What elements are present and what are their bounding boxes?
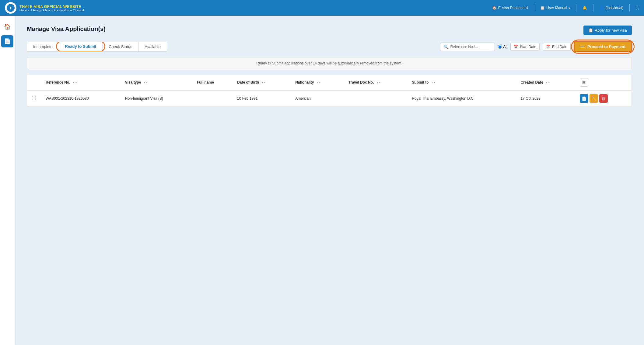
row-travel-doc	[344, 91, 407, 107]
header-logo: T THAI E-VISA OFFICIAL WEBSITE Ministry …	[5, 2, 492, 14]
th-ref-no[interactable]: Reference No. ▲▼	[41, 74, 120, 91]
apply-new-visa-button[interactable]: 📋 Apply for new visa	[583, 26, 632, 35]
sort-nationality-icon: ▲▼	[316, 81, 321, 84]
nav-divider-4	[629, 4, 630, 12]
notice-bar: Ready to Submit applications over 14 day…	[27, 57, 632, 69]
filter-radio-all[interactable]: All	[498, 45, 507, 49]
th-actions: ⊞	[575, 74, 632, 91]
row-checkbox[interactable]	[32, 96, 36, 100]
calendar-start-icon: 📅	[514, 45, 518, 49]
end-date-filter[interactable]: 📅 End Date	[543, 43, 571, 51]
nav-user[interactable]: 👤 (Individual)	[600, 6, 623, 10]
table-body: WAS001-202310-1926580 Non-Immigrant Visa…	[27, 91, 632, 107]
copy-all-icon[interactable]: ⊞	[580, 78, 588, 87]
nav-divider-2	[576, 4, 576, 12]
sidebar: 🏠 📄	[0, 16, 15, 345]
table-row: WAS001-202310-1926580 Non-Immigrant Visa…	[27, 91, 632, 107]
sort-ref-no-icon: ▲▼	[72, 81, 77, 84]
th-visa-type[interactable]: Visa type ▲▼	[120, 74, 192, 91]
sidebar-item-document[interactable]: 📄	[1, 35, 13, 47]
manual-icon: 📋	[540, 6, 545, 10]
svg-text:T: T	[9, 6, 12, 10]
chevron-down-icon: ▾	[569, 6, 570, 10]
start-date-filter[interactable]: 📅 Start Date	[510, 43, 540, 51]
page-header: Manage Visa Application(s) 📋 Apply for n…	[27, 26, 632, 35]
row-checkbox-cell[interactable]	[27, 91, 41, 107]
filter-row: 🔍 All 📅 Start Date 📅 End Date 💳 Proceed …	[440, 41, 632, 52]
view-button[interactable]: 📄	[580, 94, 588, 103]
radio-all-label: All	[503, 45, 507, 49]
edit-button[interactable]: ✏️	[590, 94, 598, 103]
plus-icon: 📋	[588, 28, 593, 33]
sort-travel-doc-icon: ▲▼	[376, 81, 381, 84]
search-icon: 🔍	[443, 44, 449, 49]
bell-icon: 🔔	[583, 6, 587, 10]
th-submit-to[interactable]: Submit to ▲▼	[407, 74, 516, 91]
home-icon: 🏠	[492, 6, 497, 10]
row-created-date: 17 Oct 2023	[516, 91, 575, 107]
th-nationality[interactable]: Nationality ▲▼	[290, 74, 344, 91]
th-dob[interactable]: Date of Birth ▲▼	[232, 74, 290, 91]
th-checkbox	[27, 74, 41, 91]
action-buttons: 📄 ✏️ 🗑	[580, 94, 627, 103]
tabs-row: Incomplete Ready to Submit Check Status …	[27, 41, 632, 52]
tab-check-status[interactable]: Check Status	[103, 42, 138, 51]
sort-dob-icon: ▲▼	[261, 81, 266, 84]
sort-created-date-icon: ▲▼	[545, 81, 550, 84]
search-box[interactable]: 🔍	[440, 43, 495, 51]
row-actions: 📄 ✏️ 🗑	[575, 91, 632, 107]
th-full-name: Full name	[192, 74, 232, 91]
nav-divider-1	[534, 4, 534, 12]
table-head: Reference No. ▲▼ Visa type ▲▼ Full name …	[27, 74, 632, 91]
radio-all[interactable]	[498, 45, 502, 49]
row-full-name	[192, 91, 232, 107]
logo-text: THAI E-VISA OFFICIAL WEBSITE Ministry of…	[19, 4, 84, 12]
tab-ready-to-submit[interactable]: Ready to Submit	[59, 42, 103, 51]
logout-icon: ⬚	[636, 6, 639, 10]
row-submit-to: Royal Thai Embassy, Washington D.C.	[407, 91, 516, 107]
nav-logout[interactable]: ⬚	[636, 6, 639, 10]
th-created-date[interactable]: Created Date ▲▼	[516, 74, 575, 91]
table: Reference No. ▲▼ Visa type ▲▼ Full name …	[27, 74, 632, 106]
proceed-to-payment-button[interactable]: 💳 Proceed to Payment	[574, 41, 632, 52]
sort-submit-to-icon: ▲▼	[431, 81, 436, 84]
nav-divider-3	[593, 4, 593, 12]
tab-available[interactable]: Available	[139, 42, 167, 51]
payment-icon: 💳	[580, 44, 585, 49]
user-icon: 👤	[600, 6, 604, 10]
sort-visa-type-icon: ▲▼	[143, 81, 148, 84]
home-sidebar-icon: 🏠	[4, 23, 11, 30]
logo-title: THAI E-VISA OFFICIAL WEBSITE	[19, 4, 84, 9]
nav-manual[interactable]: 📋 User Manual ▾	[540, 6, 570, 10]
logo-circle: T	[5, 2, 16, 14]
row-visa-type: Non-Immigrant Visa (B)	[120, 91, 192, 107]
row-nationality: American	[290, 91, 344, 107]
header-nav: 🏠 E-Visa Dashboard 📋 User Manual ▾ 🔔 👤 (…	[492, 4, 639, 12]
main-content: Manage Visa Application(s) 📋 Apply for n…	[15, 16, 644, 345]
tab-incomplete[interactable]: Incomplete	[27, 42, 59, 51]
nav-dashboard[interactable]: 🏠 E-Visa Dashboard	[492, 6, 528, 10]
applications-table: Reference No. ▲▼ Visa type ▲▼ Full name …	[27, 74, 632, 107]
row-dob: 10 Feb 1991	[232, 91, 290, 107]
row-ref-no: WAS001-202310-1926580	[41, 91, 120, 107]
page-title: Manage Visa Application(s)	[27, 26, 106, 33]
logo-subtitle: Ministry of Foreign Affairs of the Kingd…	[19, 9, 84, 12]
document-sidebar-icon: 📄	[4, 38, 11, 45]
sidebar-item-home[interactable]: 🏠	[1, 21, 13, 33]
header: T THAI E-VISA OFFICIAL WEBSITE Ministry …	[0, 0, 644, 16]
th-travel-doc[interactable]: Travel Doc No. ▲▼	[344, 74, 407, 91]
delete-button[interactable]: 🗑	[599, 94, 608, 103]
tab-group: Incomplete Ready to Submit Check Status …	[27, 42, 167, 52]
search-input[interactable]	[450, 45, 490, 49]
table-header-row: Reference No. ▲▼ Visa type ▲▼ Full name …	[27, 74, 632, 91]
calendar-end-icon: 📅	[546, 45, 551, 49]
nav-bell[interactable]: 🔔	[583, 6, 587, 10]
